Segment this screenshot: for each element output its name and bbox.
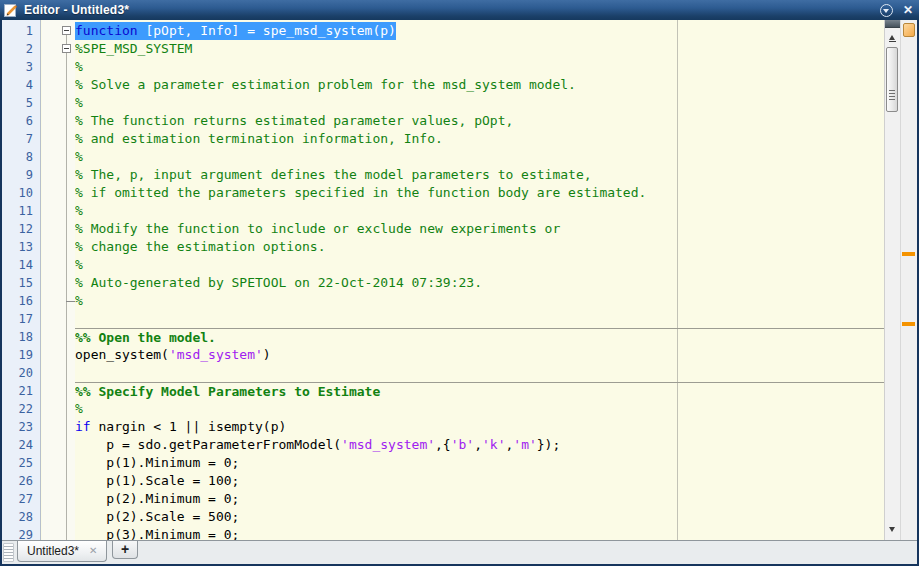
code-line[interactable]: %% Specify Model Parameters to Estimate [75,382,884,400]
line-number: 4 [2,76,40,94]
code-line[interactable]: p(3).Minimum = 0; [75,526,884,540]
line-number-gutter: 1234567891011121314151617181920212223242… [2,20,41,540]
code-line[interactable]: % Solve a parameter estimation problem f… [75,76,884,94]
line-number: 22 [2,400,40,418]
line-number: 25 [2,454,40,472]
titlebar[interactable]: Editor - Untitled3* [0,0,919,20]
fold-collapse-icon[interactable] [62,26,71,35]
code-line[interactable]: % [75,292,884,310]
line-number: 26 [2,472,40,490]
line-number: 20 [2,364,40,382]
line-number: 28 [2,508,40,526]
code-line[interactable]: % [75,58,884,76]
close-icon[interactable] [903,4,913,17]
split-pane-handle[interactable] [885,20,900,28]
line-number: 12 [2,220,40,238]
scroll-down-arrow-icon[interactable] [885,521,900,538]
code-line[interactable]: % [75,148,884,166]
code-line[interactable]: p(1).Scale = 100; [75,472,884,490]
code-analyzer-indicator[interactable] [903,23,915,37]
line-number: 8 [2,148,40,166]
text-selection: function [pOpt, Info] = spe_msd_system(p… [75,22,396,40]
new-tab-button[interactable]: + [112,541,138,559]
line-number: 24 [2,436,40,454]
code-line[interactable]: % [75,256,884,274]
line-number: 23 [2,418,40,436]
code-line[interactable]: %SPE_MSD_SYSTEM [75,40,884,58]
line-number: 27 [2,490,40,508]
document-tabbar: Untitled3* + [2,540,917,564]
code-area[interactable]: function [pOpt, Info] = spe_msd_system(p… [75,20,884,540]
code-line[interactable]: % The, p, input argument defines the mod… [75,166,884,184]
scroll-up-arrow-icon[interactable] [885,28,900,45]
code-line[interactable]: % The function returns estimated paramet… [75,112,884,130]
code-line[interactable]: % [75,94,884,112]
scrollbar-thumb[interactable] [886,47,898,112]
line-number: 7 [2,130,40,148]
code-line[interactable]: %% Open the model. [75,328,884,346]
line-number: 19 [2,346,40,364]
code-line[interactable]: p(2).Scale = 500; [75,508,884,526]
code-fold-column [42,20,75,540]
tab-close-icon[interactable] [89,546,97,556]
warning-marker[interactable] [902,252,915,256]
tabbar-grip-icon[interactable] [3,543,14,562]
code-line[interactable]: function [pOpt, Info] = spe_msd_system(p… [75,22,884,40]
code-line[interactable]: p(1).Minimum = 0; [75,454,884,472]
line-number: 10 [2,184,40,202]
tab-label: Untitled3* [27,544,79,558]
editor-main: 1234567891011121314151617181920212223242… [2,20,917,540]
code-line[interactable]: % Auto-generated by SPETOOL on 22-Oct-20… [75,274,884,292]
tab-untitled3[interactable]: Untitled3* [17,541,107,562]
line-number: 6 [2,112,40,130]
fold-scope-line [66,30,67,540]
code-line[interactable]: open_system('msd_system') [75,346,884,364]
line-number: 3 [2,58,40,76]
code-line[interactable]: % if omitted the parameters specified in… [75,184,884,202]
fold-collapse-icon[interactable] [62,44,71,53]
line-number: 16 [2,292,40,310]
line-number: 29 [2,526,40,540]
message-indicator-bar[interactable] [900,20,917,540]
line-number: 17 [2,310,40,328]
line-number: 9 [2,166,40,184]
line-number: 15 [2,274,40,292]
vertical-scrollbar[interactable] [884,20,900,540]
line-number: 5 [2,94,40,112]
warning-marker[interactable] [902,322,915,326]
circle-chevron-down-icon[interactable] [880,4,893,17]
line-number: 14 [2,256,40,274]
code-line[interactable]: % [75,202,884,220]
code-line[interactable]: % Modify the function to include or excl… [75,220,884,238]
code-line[interactable]: p = sdo.getParameterFromModel('msd_syste… [75,436,884,454]
line-number: 11 [2,202,40,220]
line-number: 21 [2,382,40,400]
code-line[interactable]: % and estimation termination information… [75,130,884,148]
line-number: 13 [2,238,40,256]
code-line[interactable]: p(2).Minimum = 0; [75,490,884,508]
window-title: Editor - Untitled3* [24,3,129,17]
line-number: 18 [2,328,40,346]
code-line[interactable] [75,310,884,328]
editor-pencil-icon [4,3,18,17]
line-number: 1 [2,22,40,40]
fold-end-marker [66,301,75,302]
code-line[interactable]: % [75,400,884,418]
code-line[interactable] [75,364,884,382]
line-number: 2 [2,40,40,58]
code-line[interactable]: % change the estimation options. [75,238,884,256]
code-line[interactable]: if nargin < 1 || isempty(p) [75,418,884,436]
editor-window: Editor - Untitled3* 12345678910111213141… [0,0,919,566]
